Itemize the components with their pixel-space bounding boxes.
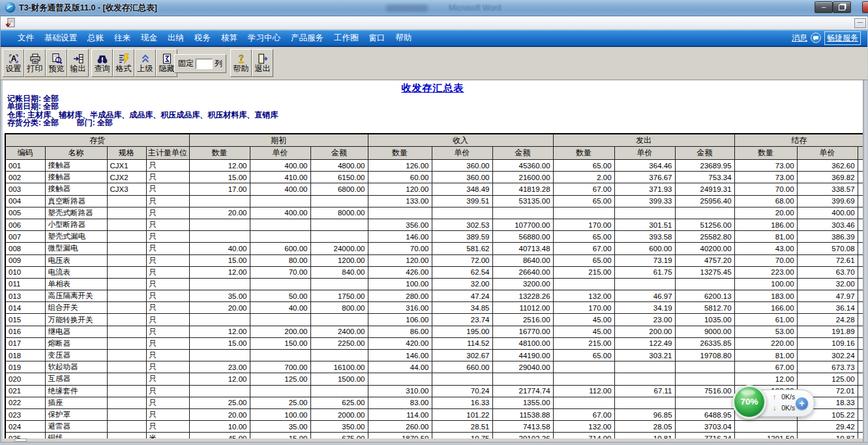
table-row[interactable]: 017熔断器只15.00150.002250.00420.00114.52481… [5, 337, 863, 349]
cell-begin-qty: 10.00 [189, 421, 250, 433]
menu-item-2[interactable]: 总账 [82, 33, 109, 44]
cell-begin-qty: 12.00 [189, 373, 250, 385]
messages-link[interactable]: 消息 [792, 33, 807, 44]
cell-in-amount: 107700.00 [492, 219, 553, 230]
cell-cutoff [858, 314, 863, 326]
svg-text:A: A [10, 54, 16, 63]
table-row[interactable]: 011单相表只100.0032.003200.00100.0032.00 [5, 278, 863, 290]
cell-in-price: 16.33 [432, 397, 492, 408]
table-row[interactable]: 002接触器CJX2只15.00410.006150.0060.00360.00… [5, 172, 863, 183]
table-row[interactable]: 003接触器CJX3只17.00400.006800.00120.00348.4… [5, 183, 863, 195]
cell-begin-amount: 840.00 [310, 266, 368, 278]
preview-button[interactable]: 预览 [46, 49, 67, 77]
format-lightning-button[interactable]: 格式 [113, 49, 134, 77]
cell-begin-price: 40.00 [250, 302, 310, 314]
cell-in-price: 28.51 [432, 421, 492, 433]
cell-code: 023 [5, 408, 45, 420]
up-level-button[interactable]: 上级 [134, 49, 156, 77]
cell-cutoff [858, 183, 863, 195]
cell-begin-qty [189, 278, 250, 290]
up-level-icon [140, 53, 151, 65]
cell-out-amount: 40200.00 [675, 243, 734, 254]
cell-in-price: 389.59 [432, 231, 492, 243]
restore-button[interactable] [833, 1, 851, 13]
cell-in-amount: 53135.00 [492, 195, 553, 207]
menu-item-12[interactable]: 帮助 [391, 33, 417, 44]
cell-name: 高压隔离开关 [45, 290, 107, 302]
cell-code: 008 [5, 243, 45, 254]
help-key-icon: ? [235, 53, 247, 65]
menu-item-6[interactable]: 税务 [189, 33, 216, 44]
table-row[interactable]: 004真空断路器只133.00399.5153135.0065.00399.33… [5, 195, 863, 207]
table-row[interactable]: 019软起动器只23.00700.0016100.0044.00660.0029… [5, 361, 863, 373]
cell-spec [107, 302, 146, 314]
table-row[interactable]: 010电流表只12.0070.00840.00426.0062.5426640.… [5, 266, 863, 278]
cell-spec [107, 408, 146, 420]
cell-out-price [614, 373, 675, 385]
cell-out-price: 34.19 [614, 302, 675, 314]
table-row[interactable]: 006小型断路器只356.00302.53107700.00170.00301.… [5, 219, 863, 230]
cell-begin-price [250, 219, 310, 230]
menu-item-8[interactable]: 学习中心 [243, 33, 286, 44]
table-row[interactable]: 024避雷器只10.0035.00350.00260.0028.517413.5… [5, 421, 863, 433]
cell-in-qty: 120.00 [368, 254, 432, 266]
cell-out-price: 46.97 [614, 290, 675, 302]
cell-begin-price [250, 195, 310, 207]
chat-bubble-icon[interactable] [811, 33, 821, 43]
cell-in-qty: 100.00 [368, 278, 432, 290]
fixed-cols-input[interactable] [196, 59, 213, 69]
health-percent-ball[interactable]: 70% [732, 385, 766, 419]
table-row[interactable]: 018变压器只146.00302.6744190.0065.00303.2119… [5, 350, 863, 361]
cell-cutoff [858, 219, 863, 230]
column-header-begin-price: 单价 [250, 147, 310, 160]
close-button[interactable] [862, 1, 868, 13]
cell-unit: 只 [146, 421, 189, 433]
cell-out-amount: 19708.80 [675, 350, 734, 361]
minimize-button[interactable]: – [815, 1, 833, 13]
cell-out-amount: 25956.40 [675, 195, 734, 207]
table-row[interactable]: 015万能转换开关只106.0023.742516.0045.0023.0010… [5, 314, 863, 326]
menu-item-10[interactable]: 工作圈 [329, 33, 364, 44]
toolbar-group-file: A设置打印预览输出 [3, 49, 89, 77]
settings-a-button[interactable]: A设置 [3, 49, 24, 77]
menu-item-5[interactable]: 出纳 [162, 33, 189, 44]
table-row[interactable]: 001接触器CJX1只12.00400.004800.00126.00360.0… [5, 160, 863, 172]
menu-item-9[interactable]: 产品服务 [286, 33, 329, 44]
binoculars-button[interactable]: 查询 [91, 49, 113, 77]
table-row[interactable]: 008微型漏电只40.00600.0024000.0070.00581.6240… [5, 243, 863, 254]
cell-in-price [432, 373, 492, 385]
cell-begin-qty: 40.00 [189, 243, 250, 254]
export-icon [72, 53, 84, 65]
cell-in-qty [368, 207, 432, 219]
column-header-begin-amount: 金额 [310, 147, 368, 160]
exit-door-button[interactable]: 退出 [252, 49, 273, 77]
table-row[interactable]: 014组合开关只20.0040.00800.00316.0034.8511012… [5, 302, 863, 314]
cell-begin-price [250, 385, 310, 397]
cell-bal-price: 36.14 [797, 302, 858, 314]
menu-item-11[interactable]: 窗口 [364, 33, 391, 44]
cell-name: 避雷器 [45, 421, 107, 433]
cell-spec: CJX2 [107, 172, 146, 183]
column-header-spec: 规格 [107, 147, 146, 160]
accelerate-plus-button[interactable]: + [796, 397, 808, 410]
menu-item-7[interactable]: 核算 [216, 33, 243, 44]
menu-item-0[interactable]: 文件 [12, 33, 39, 44]
help-key-button[interactable]: ?帮助 [230, 49, 252, 77]
table-row[interactable]: 009电压表只15.0080.001200.00120.0072.008640.… [5, 254, 863, 266]
menu-item-4[interactable]: 现金 [136, 33, 162, 44]
table-row[interactable]: 016继电器只12.00200.002400.0086.00195.001677… [5, 326, 863, 337]
cell-name: 熔断器 [45, 337, 107, 349]
menu-item-3[interactable]: 往来 [109, 33, 136, 44]
cell-cutoff [858, 231, 863, 243]
table-row[interactable]: 013高压隔离开关只35.0050.001750.00280.0047.2413… [5, 290, 863, 302]
menu-item-1[interactable]: 基础设置 [39, 33, 82, 44]
child-minimize-button[interactable]: — [854, 18, 866, 28]
cell-out-price: 200.00 [614, 326, 675, 337]
service-link[interactable]: 畅捷服务 [824, 31, 861, 45]
cell-code: 011 [5, 278, 45, 290]
printer-button[interactable]: 打印 [24, 49, 46, 77]
table-row[interactable]: 005塑壳式断路器只20.00400.008000.0020.00400.00 [5, 207, 863, 219]
cell-spec [107, 219, 146, 230]
table-row[interactable]: 007塑壳式漏电只146.00389.5956880.0065.00393.58… [5, 231, 863, 243]
export-button[interactable]: 输出 [67, 49, 89, 77]
